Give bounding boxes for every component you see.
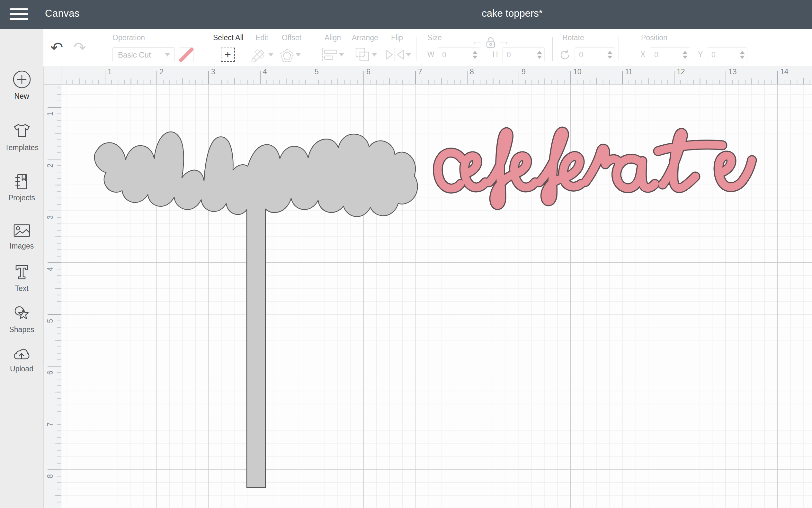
chevron-down-icon: [406, 53, 411, 56]
rotate-icon: [559, 49, 571, 61]
sidebar-item-images[interactable]: Images: [0, 222, 43, 250]
h-ruler-number: 9: [522, 68, 526, 76]
notebook-bookmark-icon: [13, 173, 31, 190]
chevron-down-icon: [296, 53, 301, 56]
ruler-corner: [43, 67, 61, 85]
h-ruler-number: 4: [263, 68, 267, 76]
operation-label: Operation: [112, 34, 145, 42]
y-stepper[interactable]: [737, 48, 747, 62]
arrange-label: Arrange: [352, 34, 378, 42]
h-ruler-number: 7: [418, 68, 422, 76]
v-ruler-number: 2: [46, 161, 54, 170]
v-ruler-number: 4: [46, 265, 54, 273]
align-button[interactable]: [321, 48, 338, 63]
flip-label: Flip: [391, 34, 403, 42]
sidebar-item-label: Projects: [0, 194, 43, 202]
project-title[interactable]: cake toppers*: [482, 8, 543, 19]
horizontal-ruler: 1234567891011121314: [61, 67, 812, 85]
sidebar-item-text[interactable]: Text: [0, 263, 43, 293]
h-ruler-number: 10: [573, 68, 582, 76]
flip-button[interactable]: [385, 48, 405, 62]
edit-button[interactable]: [250, 48, 268, 64]
sidebar-item-upload[interactable]: Upload: [0, 346, 43, 373]
color-swatch[interactable]: [179, 47, 194, 62]
height-value: 0: [503, 50, 535, 59]
rotate-stepper[interactable]: [605, 48, 615, 62]
v-ruler-number: 1: [46, 110, 54, 118]
chevron-down-icon: [339, 53, 344, 56]
sidebar-item-new[interactable]: New: [0, 70, 43, 101]
letter-t-icon: [13, 263, 31, 281]
top-bar: Canvas cake toppers*: [0, 0, 812, 29]
y-value: 0: [707, 50, 737, 59]
lock-aspect-button[interactable]: [484, 36, 497, 49]
canvas-objects-layer: [61, 84, 812, 508]
cloud-upload-icon: [12, 346, 32, 362]
sidebar-item-label: Images: [0, 242, 43, 250]
vertical-ruler: 12345678: [43, 84, 61, 508]
divider: [206, 37, 206, 61]
y-label: Y: [698, 50, 703, 59]
h-ruler-number: 5: [315, 68, 319, 76]
hamburger-menu-icon[interactable]: [10, 8, 28, 20]
sidebar-item-projects[interactable]: Projects: [0, 173, 43, 202]
picture-icon: [12, 222, 31, 239]
sidebar-item-templates[interactable]: Templates: [0, 122, 43, 152]
pencil-ruler-icon: [250, 48, 268, 62]
width-input[interactable]: 0: [438, 47, 480, 62]
divider: [416, 37, 417, 61]
offset-button[interactable]: [279, 48, 295, 64]
arrange-button[interactable]: [354, 47, 371, 64]
divider: [619, 37, 619, 61]
h-ruler-number: 12: [677, 68, 685, 76]
v-ruler-number: 5: [46, 317, 54, 325]
height-stepper[interactable]: [535, 48, 544, 62]
width-label: W: [427, 50, 434, 59]
sidebar-item-label: Upload: [0, 365, 43, 373]
lock-icon: [484, 36, 497, 48]
left-sidebar: New Templates Projects Images Text Shape…: [0, 29, 44, 508]
select-all-button[interactable]: +: [221, 48, 235, 62]
position-label: Position: [641, 34, 667, 42]
divider: [312, 37, 312, 61]
h-ruler-number: 8: [470, 68, 474, 76]
v-ruler-number: 7: [46, 420, 54, 429]
h-ruler-number: 14: [780, 68, 789, 76]
v-ruler-number: 8: [46, 472, 54, 480]
align-label: Align: [325, 34, 341, 42]
undo-icon[interactable]: ↶: [50, 39, 63, 56]
sidebar-item-label: Shapes: [0, 325, 43, 334]
rotate-input[interactable]: 0: [575, 47, 615, 62]
x-label: X: [640, 50, 645, 59]
h-ruler-number: 11: [625, 68, 633, 76]
circle-star-icon: [12, 305, 31, 322]
edit-label: Edit: [255, 34, 268, 42]
plus-circle-icon: [12, 70, 31, 89]
pentagon-offset-icon: [279, 48, 295, 62]
size-label: Size: [427, 34, 442, 42]
h-ruler-number: 13: [728, 68, 737, 76]
height-input[interactable]: 0: [502, 47, 545, 62]
x-position-input[interactable]: 0: [650, 47, 690, 62]
sidebar-item-label: Text: [0, 284, 43, 293]
sidebar-item-label: Templates: [0, 143, 43, 152]
sidebar-item-shapes[interactable]: Shapes: [0, 305, 43, 334]
width-value: 0: [438, 50, 470, 59]
cake-topper-base-shape[interactable]: [94, 132, 418, 488]
redo-icon[interactable]: ↷: [73, 39, 86, 56]
divider: [100, 37, 100, 61]
width-stepper[interactable]: [470, 48, 480, 62]
h-ruler-number: 3: [211, 68, 215, 76]
celebrate-script[interactable]: [438, 131, 752, 205]
flip-horizontal-icon: [385, 48, 405, 61]
height-label: H: [492, 50, 498, 59]
x-stepper[interactable]: [680, 48, 690, 62]
align-left-icon: [321, 48, 338, 62]
operation-dropdown[interactable]: Basic Cut: [112, 47, 175, 62]
offset-label: Offset: [282, 34, 301, 42]
rotate-value: 0: [575, 50, 605, 59]
y-position-input[interactable]: 0: [707, 47, 748, 62]
h-ruler-number: 1: [108, 68, 112, 76]
lock-bracket: [500, 42, 507, 42]
h-ruler-number: 2: [159, 68, 163, 76]
